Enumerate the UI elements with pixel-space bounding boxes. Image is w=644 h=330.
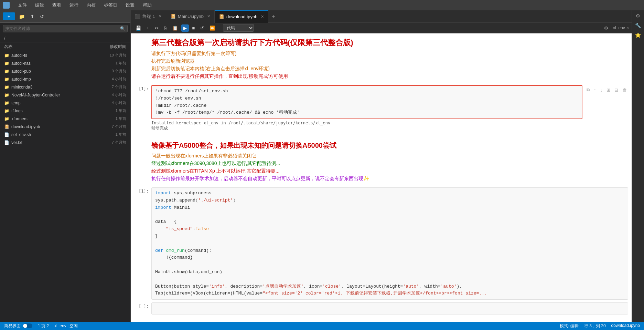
cut-button[interactable]: ✂ — [153, 24, 161, 32]
folder-icon: 📁 — [4, 53, 9, 58]
cell-up-btn[interactable]: ↑ — [592, 87, 598, 93]
header-modified: 修改时间 — [110, 44, 126, 50]
sidebar-path: / — [0, 34, 130, 42]
cell-delete-btn[interactable]: 🗑 — [621, 87, 628, 93]
save-button[interactable]: 💾 — [133, 24, 143, 32]
kernel-status: xl_env ○ — [613, 25, 629, 30]
cell-down-btn[interactable]: ↓ — [599, 87, 604, 93]
cell-body-3 — [151, 302, 628, 314]
list-item[interactable]: 📁autodl-pub 3 个月前 — [0, 67, 130, 75]
folder-icon: 📁 — [4, 109, 9, 113]
folder-icon: 📁 — [4, 101, 9, 105]
cell-merge-btn[interactable]: ⊞ — [605, 87, 612, 93]
code-cell-1: [1]: !chmod 777 /root/set_env.sh !/root/… — [131, 84, 632, 133]
refresh-button[interactable]: ↺ — [38, 13, 46, 20]
list-item[interactable]: 📁tf-logs 1 年前 — [0, 107, 130, 115]
page-info: 1 页 2 — [38, 323, 49, 329]
folder-icon: 📁 — [4, 77, 9, 82]
toolbar-right: ⚙ xl_env ○ — [602, 24, 629, 32]
simple-mode: 简易界面 — [4, 323, 32, 329]
simple-mode-toggle[interactable] — [23, 323, 32, 328]
cell-prompt-3: [ ]: — [134, 302, 151, 309]
list-item[interactable]: 📁autodl-tmp 4 小时前 — [0, 75, 130, 83]
menu-view[interactable]: 查看 — [51, 1, 63, 9]
tab-close-mainui[interactable]: ✕ — [207, 14, 210, 19]
list-item[interactable]: 📄ver.txt 7 个月前 — [0, 138, 130, 146]
tab-download[interactable]: 📔 download.ipynb ✕ — [215, 10, 268, 23]
run-button[interactable]: ▶ — [181, 24, 189, 32]
cell-input-2[interactable]: import sys,subprocess sys.path.append('.… — [151, 187, 628, 300]
text-icon: 📄 — [4, 140, 9, 145]
notebook-icon: 📔 — [4, 124, 9, 129]
list-item[interactable]: 📁xformers 1 年前 — [0, 115, 130, 123]
edit-mode: 模式: 编辑 — [560, 323, 579, 329]
md2-line-3: 经过测试xformers在TITAN Xp 上不可以运行,其它配置待测... — [151, 168, 611, 174]
notebook-toolbar: 💾 + ✂ ⎘ 📋 ▶ ■ ↺ ⏩ 代码 Markdown Raw ⚙ xl_e… — [131, 23, 632, 33]
menu-run[interactable]: 运行 — [68, 1, 80, 9]
cursor-position: 行 3，列 20 — [584, 323, 606, 329]
cell-input-3[interactable] — [151, 302, 628, 314]
folder-button[interactable]: 📁 — [17, 13, 26, 20]
upload-button[interactable]: ⬆ — [29, 13, 36, 20]
list-item[interactable]: 📄set_env.sh 1 年前 — [0, 131, 130, 138]
status-bar-right: 模式: 编辑 行 3，列 20 download.ipynb — [560, 323, 640, 329]
copy-button[interactable]: ⎘ — [162, 24, 169, 32]
app-icon — [3, 2, 10, 9]
menu-tabs[interactable]: 标签页 — [103, 1, 119, 9]
header-name: 名称 — [4, 44, 12, 50]
tab-mainui[interactable]: 📔 MainUi.ipynb ✕ — [166, 10, 215, 23]
cell-copy-btn[interactable]: ⧉ — [585, 86, 591, 93]
cell-prompt-2: [1]: — [134, 187, 151, 194]
menu-edit[interactable]: 编辑 — [34, 1, 45, 9]
folder-icon: 📁 — [4, 116, 9, 121]
cell-body-2: import sys,subprocess sys.path.append('.… — [151, 187, 628, 300]
list-item[interactable]: 📁autodl-nas 1 年前 — [0, 59, 130, 67]
add-cell-button[interactable]: + — [144, 24, 151, 32]
plus-icon: + — [8, 14, 10, 19]
tab-bar: ⬛ 终端 1 ✕ 📔 MainUi.ipynb ✕ 📔 download.ipy… — [131, 10, 632, 23]
new-button[interactable]: + — [3, 12, 15, 20]
list-item[interactable]: 📁miniconda3 7 个月前 — [0, 83, 130, 91]
folder-icon: 📁 — [4, 85, 9, 90]
folder-icon: 📁 — [4, 93, 9, 97]
tab-close-terminal[interactable]: ✕ — [159, 14, 162, 19]
list-item[interactable]: 📁NovelAI-Jupyter-Controller 4 小时前 — [0, 91, 130, 99]
right-icon-2[interactable]: 🔧 — [635, 23, 641, 28]
list-item[interactable]: 📁temp 4 小时前 — [0, 99, 130, 107]
search-input[interactable] — [5, 26, 120, 31]
right-panel: ⚙ 🔧 ⭐ — [632, 10, 644, 322]
cell-split-btn[interactable]: ⊟ — [613, 87, 620, 93]
notebook-icon: 📔 — [170, 14, 176, 19]
right-icon-3[interactable]: ⭐ — [635, 32, 641, 38]
tab-terminal1[interactable]: ⬛ 终端 1 ✕ — [131, 10, 166, 23]
kernel-name: xl_env — [613, 25, 625, 30]
tab-add-button[interactable]: + — [268, 13, 278, 20]
cell-type-select[interactable]: 代码 Markdown Raw — [223, 24, 254, 32]
settings-icon[interactable]: ⚙ — [602, 24, 610, 32]
cell-title: 第三代整合版第一次启动请执行下方代码(仅限第三代整合版) — [151, 38, 611, 48]
md2-line-2: 经过测试xformers在3090,3080上也可以运行,其它配置待测... — [151, 161, 611, 167]
stop-button[interactable]: ■ — [190, 24, 197, 32]
cell-input-1[interactable]: !chmod 777 /root/set_env.sh !/root/set_e… — [151, 85, 582, 119]
restart-button[interactable]: ↺ — [198, 24, 206, 32]
markdown-cell-1: 第三代整合版第一次启动请执行下方代码(仅限第三代整合版) 请执行下方代码(只需要… — [131, 33, 632, 84]
list-item[interactable]: 📁autodl-fs 10 个月前 — [0, 51, 130, 59]
list-item[interactable]: 📔download.ipynb 7 个月前 — [0, 123, 130, 131]
menu-help[interactable]: 帮助 — [141, 1, 153, 9]
menu-settings[interactable]: 设置 — [124, 1, 136, 9]
tab-label: MainUi.ipynb — [178, 14, 204, 19]
tab-close-download[interactable]: ✕ — [261, 14, 264, 19]
search-box: 🔍 — [3, 25, 128, 32]
menu-file[interactable]: 文件 — [17, 1, 28, 9]
folder-icon: 📁 — [4, 69, 9, 74]
code-content-2: import sys,subprocess sys.path.append('.… — [155, 190, 624, 297]
paste-button[interactable]: 📋 — [170, 24, 180, 32]
tab-label: download.ipynb — [226, 14, 257, 19]
menu-kernel[interactable]: 内核 — [85, 1, 97, 9]
right-icon-1[interactable]: ⚙ — [636, 13, 640, 19]
restart-run-button[interactable]: ⏩ — [207, 24, 217, 32]
toolbar-separator — [220, 24, 220, 31]
markdown-cell-2: 镜像基于A5000整合，如果出现未知的问题请切换A5000尝试 问题一般出现在x… — [131, 133, 632, 186]
cell-actions-1: ⧉ ↑ ↓ ⊞ ⊟ 🗑 — [585, 85, 628, 95]
md2-line-1: 问题一般出现在xformers上如果有非必须请关闭它 — [151, 153, 611, 159]
